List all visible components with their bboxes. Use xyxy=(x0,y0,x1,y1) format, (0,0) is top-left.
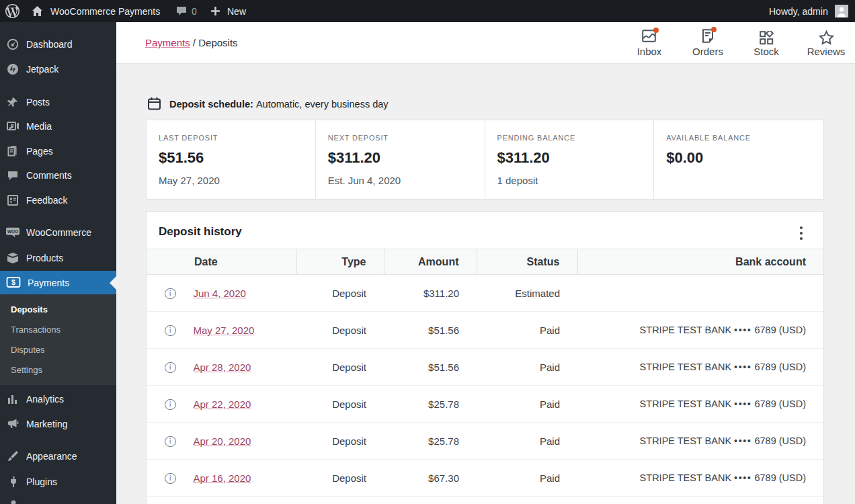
svg-text:WOO: WOO xyxy=(7,228,18,233)
svg-text:$: $ xyxy=(11,278,15,286)
